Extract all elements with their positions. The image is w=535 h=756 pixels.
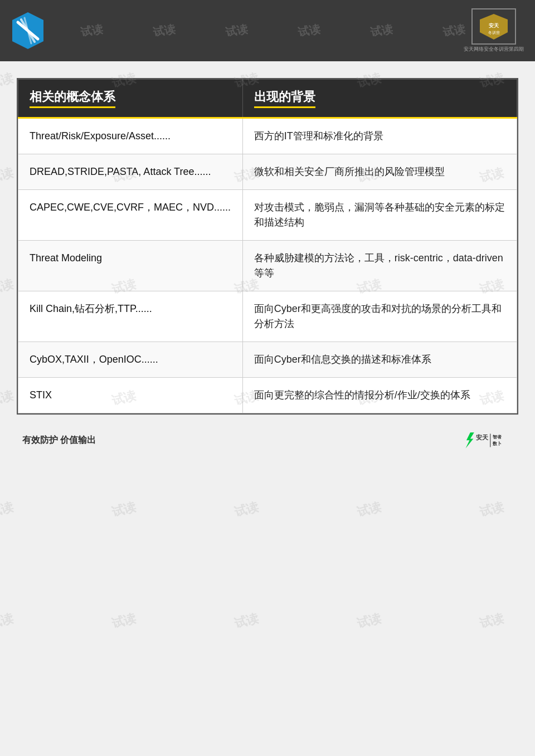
watermark: 试读 [0, 499, 15, 521]
header-watermark: 试读 [369, 21, 394, 40]
table-cell-right: 西方的IT管理和标准化的背景 [242, 118, 517, 154]
table-header-left: 相关的概念体系 [18, 80, 243, 118]
table-cell-right: 面向Cyber和更高强度的攻击和对抗的场景的分析工具和分析方法 [242, 291, 517, 342]
svg-marker-8 [466, 432, 474, 448]
footer-tagline: 有效防护 价值输出 [22, 435, 96, 446]
header-right-logo: 安天 冬训营 安天网络安全冬训营第四期 [464, 8, 524, 53]
header-right-caption: 安天网络安全冬训营第四期 [464, 46, 524, 53]
watermark: 试读 [110, 610, 138, 632]
table-row: Threat Modeling各种威胁建模的方法论，工具，risk-centri… [18, 241, 517, 291]
table-row: Threat/Risk/Exposure/Asset......西方的IT管理和… [18, 118, 517, 154]
table-cell-left: Threat/Risk/Exposure/Asset...... [18, 118, 243, 154]
table-cell-left: DREAD,STRIDE,PASTA, Attack Tree...... [18, 154, 243, 190]
watermark: 试读 [232, 499, 260, 521]
watermark: 试读 [355, 499, 383, 521]
watermark: 试读 [0, 164, 15, 187]
table-cell-left: CybOX,TAXII，OpenIOC...... [18, 342, 243, 378]
table-header-right: 出现的背景 [242, 80, 517, 118]
watermark: 试读 [478, 499, 505, 521]
concepts-table: 相关的概念体系 出现的背景 Threat/Risk/Exposure/Asset… [18, 79, 517, 413]
watermark: 试读 [355, 610, 383, 632]
table-cell-right: 面向Cyber和信息交换的描述和标准体系 [242, 342, 517, 378]
watermark: 试读 [110, 499, 138, 521]
watermark: 试读 [232, 610, 260, 632]
table-cell-left: Kill Chain,钻石分析,TTP...... [18, 291, 243, 342]
table-cell-right: 对攻击模式，脆弱点，漏洞等各种基础的安全元素的标定和描述结构 [242, 190, 517, 241]
table-cell-left: STIX [18, 378, 243, 413]
footer-logo: 安天 智者 数卜 [463, 426, 513, 454]
svg-text:ANTIY: ANTIY [20, 50, 36, 50]
watermark: 试读 [0, 70, 15, 92]
footer: 有效防护 价值输出 安天 智者 数卜 [17, 414, 518, 465]
watermark: 试读 [0, 276, 15, 298]
table-row: DREAD,STRIDE,PASTA, Attack Tree......微软和… [18, 154, 517, 190]
header-watermark: 试读 [152, 21, 177, 40]
watermark: 试读 [0, 610, 15, 632]
table-cell-left: CAPEC,CWE,CVE,CVRF，MAEC，NVD...... [18, 190, 243, 241]
table-row: STIX面向更完整的综合性的情报分析/作业/交换的体系 [18, 378, 517, 413]
header-watermark: 试读 [80, 21, 104, 40]
header-logo: ANTIY [11, 11, 45, 50]
header: ANTIY 试读 试读 试读 试读 试读 试读 安天 冬训营 安天网络安全冬训营… [0, 0, 535, 61]
svg-text:数卜: 数卜 [492, 441, 502, 446]
table-cell-right: 微软和相关安全厂商所推出的风险管理模型 [242, 154, 517, 190]
table-row: CybOX,TAXII，OpenIOC......面向Cyber和信息交换的描述… [18, 342, 517, 378]
header-right-logo-box: 安天 冬训营 [471, 8, 516, 45]
footer-right: 安天 智者 数卜 [463, 426, 513, 454]
main-content: 相关的概念体系 出现的背景 Threat/Risk/Exposure/Asset… [17, 78, 518, 414]
watermark: 试读 [478, 610, 505, 632]
header-watermarks: 试读 试读 试读 试读 试读 试读 [0, 0, 535, 61]
svg-text:安天: 安天 [488, 22, 499, 28]
header-watermark: 试读 [297, 21, 322, 40]
table-cell-right: 面向更完整的综合性的情报分析/作业/交换的体系 [242, 378, 517, 413]
table-row: CAPEC,CWE,CVE,CVRF，MAEC，NVD......对攻击模式，脆… [18, 190, 517, 241]
table-cell-left: Threat Modeling [18, 241, 243, 291]
watermark: 试读 [0, 387, 15, 409]
header-watermark: 试读 [442, 21, 466, 40]
svg-text:安天: 安天 [475, 433, 489, 440]
header-watermark: 试读 [225, 21, 249, 40]
table-cell-right: 各种威胁建模的方法论，工具，risk-centric，data-driven等等 [242, 241, 517, 291]
table-row: Kill Chain,钻石分析,TTP......面向Cyber和更高强度的攻击… [18, 291, 517, 342]
svg-text:冬训营: 冬训营 [488, 31, 500, 35]
antiy-logo-icon: ANTIY [11, 11, 45, 50]
svg-text:智者: 智者 [492, 434, 502, 440]
